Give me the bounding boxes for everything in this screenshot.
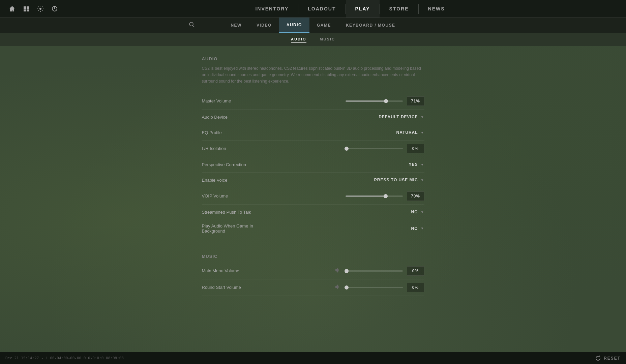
- svg-rect-2: [24, 9, 26, 11]
- streamlined-push-to-talk-dropdown[interactable]: NO ▼: [411, 210, 424, 214]
- power-icon[interactable]: [48, 2, 62, 16]
- search-icon[interactable]: [189, 22, 195, 29]
- main-navigation: INVENTORY LOADOUT PLAY STORE NEWS: [74, 0, 626, 18]
- setting-streamlined-push-to-talk: Streamlined Push To Talk NO ▼: [202, 205, 424, 220]
- enable-voice-dropdown[interactable]: PRESS TO USE MIC ▼: [374, 178, 424, 182]
- master-volume-slider[interactable]: [346, 100, 403, 102]
- section-divider: [202, 247, 424, 247]
- nav-store[interactable]: STORE: [380, 0, 418, 18]
- setting-enable-voice: Enable Voice PRESS TO USE MIC ▼: [202, 173, 424, 188]
- nav-inventory[interactable]: INVENTORY: [246, 0, 298, 18]
- voip-volume-control: 70%: [276, 191, 424, 201]
- audio-device-label: Audio Device: [202, 115, 276, 120]
- audio-section-description: CS2 is best enjoyed with stereo headphon…: [202, 65, 424, 85]
- main-menu-volume-thumb[interactable]: [345, 269, 349, 273]
- tab-new[interactable]: NEW: [223, 18, 249, 33]
- play-audio-background-arrow: ▼: [421, 226, 424, 230]
- perspective-correction-dropdown[interactable]: YES ▼: [409, 162, 424, 167]
- nav-loadout[interactable]: LOADOUT: [298, 0, 345, 18]
- main-menu-volume-control: 0%: [276, 266, 424, 276]
- round-start-volume-slider[interactable]: [346, 287, 403, 288]
- lr-isolation-control: 0%: [276, 144, 424, 153]
- play-audio-background-value: NO: [411, 226, 418, 231]
- streamlined-push-to-talk-value: NO: [411, 210, 418, 214]
- home-icon[interactable]: [5, 2, 19, 16]
- setting-lr-isolation: L/R Isolation 0%: [202, 141, 424, 157]
- eq-profile-dropdown[interactable]: NATURAL ▼: [396, 130, 424, 135]
- perspective-correction-value: YES: [409, 162, 418, 167]
- setting-voip-volume: VOIP Volume 70%: [202, 188, 424, 205]
- nav-news[interactable]: NEWS: [419, 0, 454, 18]
- setting-play-audio-background: Play Audio When Game In Background NO ▼: [202, 220, 424, 237]
- streamlined-push-to-talk-control: NO ▼: [276, 210, 424, 214]
- setting-audio-device: Audio Device DEFAULT DEVICE ▼: [202, 110, 424, 125]
- reset-label: RESET: [604, 356, 621, 361]
- play-audio-background-dropdown[interactable]: NO ▼: [411, 226, 424, 231]
- round-start-volume-value: 0%: [407, 283, 424, 292]
- enable-voice-label: Enable Voice: [202, 178, 276, 183]
- tab-audio[interactable]: AUDIO: [279, 18, 309, 33]
- setting-round-start-volume: Round Start Volume 0%: [202, 279, 424, 296]
- enable-voice-value: PRESS TO USE MIC: [374, 178, 418, 182]
- svg-rect-1: [27, 6, 29, 9]
- inventory-icon[interactable]: [19, 2, 33, 16]
- content-area: Audio CS2 is best enjoyed with stereo he…: [0, 46, 626, 350]
- master-volume-fill: [346, 100, 386, 102]
- lr-isolation-thumb[interactable]: [345, 147, 349, 151]
- setting-main-menu-volume: Main Menu Volume 0%: [202, 263, 424, 279]
- reset-icon: [595, 355, 601, 361]
- audio-device-arrow: ▼: [421, 115, 424, 119]
- svg-point-6: [189, 22, 193, 26]
- music-section-heading: Music: [202, 254, 424, 259]
- log-text: Dec 21 15:14:27 - L 00-04:00-00-00 0 0-9…: [5, 356, 124, 360]
- audio-device-control: DEFAULT DEVICE ▼: [276, 115, 424, 119]
- svg-point-4: [39, 8, 41, 10]
- setting-eq-profile: EQ Profile NATURAL ▼: [202, 125, 424, 141]
- top-navigation: INVENTORY LOADOUT PLAY STORE NEWS: [0, 0, 626, 18]
- speaker-icon: [335, 268, 340, 274]
- lr-isolation-value: 0%: [407, 144, 424, 153]
- play-audio-background-control: NO ▼: [276, 226, 424, 231]
- subtab-music[interactable]: MUSIC: [320, 37, 335, 43]
- voip-volume-value: 70%: [407, 191, 424, 201]
- main-menu-volume-slider[interactable]: [346, 270, 403, 272]
- perspective-correction-arrow: ▼: [421, 163, 424, 166]
- subtab-audio[interactable]: AUDIO: [291, 37, 306, 43]
- master-volume-control: 71%: [276, 96, 424, 106]
- round-start-volume-label: Round Start Volume: [202, 285, 276, 290]
- round-start-volume-thumb[interactable]: [345, 285, 349, 290]
- audio-device-value: DEFAULT DEVICE: [379, 115, 418, 119]
- settings-panel: Audio CS2 is best enjoyed with stereo he…: [202, 56, 424, 296]
- nav-play[interactable]: PLAY: [346, 0, 380, 18]
- svg-line-7: [193, 25, 195, 27]
- lr-isolation-slider[interactable]: [346, 148, 403, 149]
- setting-perspective-correction: Perspective Correction YES ▼: [202, 157, 424, 173]
- enable-voice-arrow: ▼: [421, 178, 424, 182]
- perspective-correction-control: YES ▼: [276, 162, 424, 167]
- master-volume-value: 71%: [407, 96, 424, 106]
- secondary-navigation: NEW VIDEO AUDIO GAME KEYBOARD / MOUSE: [0, 18, 626, 33]
- setting-master-volume: Master Volume 71%: [202, 93, 424, 110]
- voip-volume-thumb[interactable]: [384, 194, 388, 198]
- svg-rect-3: [27, 9, 29, 11]
- tab-game[interactable]: GAME: [309, 18, 338, 33]
- streamlined-push-to-talk-arrow: ▼: [421, 210, 424, 214]
- reset-button[interactable]: RESET: [595, 355, 621, 361]
- tab-video[interactable]: VIDEO: [249, 18, 279, 33]
- master-volume-thumb[interactable]: [384, 99, 388, 103]
- bottom-bar: Dec 21 15:14:27 - L 00-04:00-00-00 0 0-9…: [0, 352, 626, 364]
- svg-rect-0: [24, 6, 26, 9]
- round-start-volume-control: 0%: [276, 283, 424, 292]
- eq-profile-arrow: ▼: [421, 131, 424, 134]
- voip-volume-fill: [346, 195, 386, 197]
- eq-profile-value: NATURAL: [396, 130, 418, 135]
- speaker-icon-2: [335, 284, 340, 291]
- enable-voice-control: PRESS TO USE MIC ▼: [276, 178, 424, 182]
- settings-icon[interactable]: [33, 2, 48, 16]
- voip-volume-label: VOIP Volume: [202, 193, 276, 199]
- play-audio-background-label: Play Audio When Game In Background: [202, 223, 276, 234]
- tab-keyboard-mouse[interactable]: KEYBOARD / MOUSE: [338, 18, 403, 33]
- eq-profile-label: EQ Profile: [202, 130, 276, 135]
- voip-volume-slider[interactable]: [346, 195, 403, 197]
- audio-device-dropdown[interactable]: DEFAULT DEVICE ▼: [379, 115, 424, 119]
